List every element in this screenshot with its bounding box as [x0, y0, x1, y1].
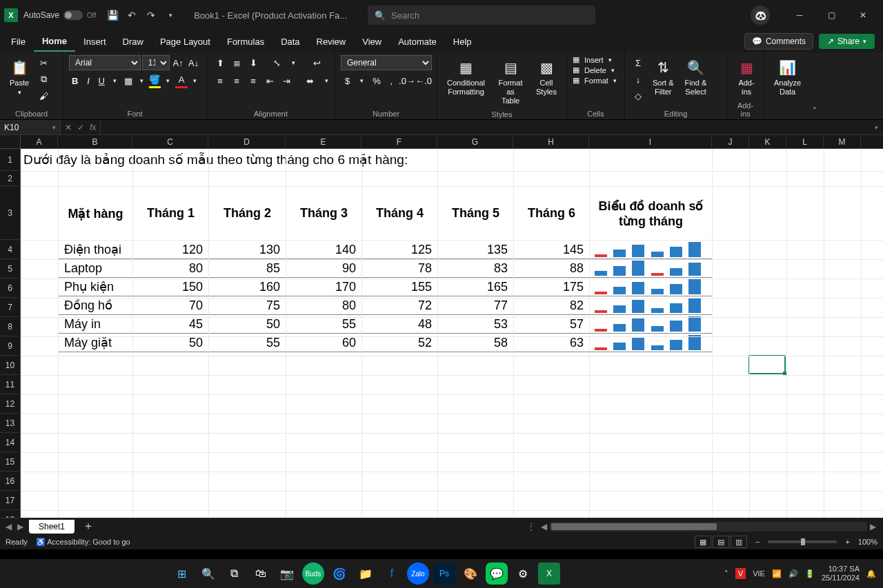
cut-icon[interactable]: ✂ — [36, 55, 51, 70]
row-header[interactable]: 11 — [0, 375, 21, 394]
chevron-down-icon[interactable]: ▾ — [135, 73, 147, 88]
conditional-formatting-button[interactable]: ▦Conditional Formatting — [443, 55, 489, 99]
align-right-icon[interactable]: ≡ — [246, 73, 261, 88]
expand-formula-bar-icon[interactable]: ▾ — [869, 120, 883, 134]
page-break-view-icon[interactable]: ▥ — [731, 536, 747, 548]
zoom-in-icon[interactable]: + — [845, 538, 849, 546]
row-header[interactable]: 8 — [0, 317, 21, 336]
tab-draw[interactable]: Draw — [115, 32, 152, 51]
zoom-slider[interactable] — [768, 540, 837, 543]
cancel-formula-icon[interactable]: ✕ — [65, 123, 72, 132]
format-cells-button[interactable]: ▦ Format ▾ — [573, 76, 617, 85]
page-layout-view-icon[interactable]: ▤ — [713, 536, 729, 548]
font-name-select[interactable]: Arial — [69, 55, 141, 70]
comments-button[interactable]: 💬 Comments — [744, 33, 813, 50]
format-as-table-button[interactable]: ▤Format as Table — [492, 55, 529, 109]
value-cell[interactable]: 165 — [438, 278, 514, 296]
borders-icon[interactable]: ▦ — [122, 73, 134, 88]
photoshop-icon[interactable]: Ps — [433, 562, 455, 585]
horizontal-scrollbar[interactable] — [550, 522, 867, 531]
font-size-select[interactable]: 11 — [142, 55, 170, 70]
column-header[interactable]: G — [437, 135, 513, 148]
redo-icon[interactable]: ↷ — [143, 7, 159, 23]
item-name-cell[interactable]: Đồng hồ — [59, 296, 133, 315]
paste-button[interactable]: 📋 Paste ▾ — [6, 55, 33, 99]
value-cell[interactable]: 77 — [438, 296, 514, 315]
app-icon[interactable]: 🎨 — [459, 562, 482, 585]
tab-home[interactable]: Home — [34, 32, 75, 52]
value-cell[interactable]: 80 — [286, 296, 362, 315]
column-header[interactable]: E — [286, 135, 361, 148]
fill-color-icon[interactable]: 🪣 — [149, 73, 161, 88]
value-cell[interactable]: 72 — [362, 296, 438, 315]
clear-icon[interactable]: ◇ — [631, 88, 646, 103]
row-header[interactable]: 13 — [0, 414, 21, 433]
battery-icon[interactable]: 🔋 — [805, 569, 815, 578]
item-name-cell[interactable]: Phụ kiện — [59, 278, 133, 296]
value-cell[interactable]: 130 — [209, 241, 286, 259]
column-header[interactable]: F — [361, 135, 437, 148]
chevron-down-icon[interactable]: ▾ — [189, 73, 201, 88]
decrease-indent-icon[interactable]: ⇤ — [262, 73, 277, 88]
tray-chevron-icon[interactable]: ˄ — [724, 569, 728, 578]
align-left-icon[interactable]: ≡ — [212, 73, 228, 88]
value-cell[interactable]: 88 — [514, 259, 590, 278]
increase-indent-icon[interactable]: ⇥ — [279, 73, 294, 88]
sparkline-cell[interactable] — [590, 241, 713, 259]
row-header[interactable]: 16 — [0, 472, 21, 491]
fill-icon[interactable]: ↓ — [631, 72, 646, 87]
language-indicator[interactable]: VIE — [753, 569, 765, 578]
row-header[interactable]: 7 — [0, 298, 21, 317]
chevron-down-icon[interactable]: ▾ — [286, 55, 301, 70]
sort-filter-button[interactable]: ⇅Sort & Filter — [648, 55, 678, 99]
value-cell[interactable]: 78 — [362, 259, 438, 278]
formula-input[interactable] — [101, 120, 869, 134]
value-cell[interactable]: 80 — [133, 259, 209, 278]
minimize-button[interactable]: ─ — [784, 0, 815, 30]
fx-icon[interactable]: fx — [90, 123, 96, 132]
tab-review[interactable]: Review — [308, 32, 355, 51]
copilot-icon[interactable]: 🌀 — [328, 562, 350, 585]
row-header[interactable]: 4 — [0, 240, 21, 259]
value-cell[interactable]: 75 — [209, 296, 286, 315]
chevron-down-icon[interactable]: ▾ — [109, 73, 121, 88]
value-cell[interactable]: 135 — [438, 241, 514, 259]
increase-font-icon[interactable]: A↑ — [171, 55, 186, 70]
tab-page-layout[interactable]: Page Layout — [152, 32, 219, 51]
percent-format-icon[interactable]: % — [370, 73, 384, 88]
scroll-options-icon[interactable]: ⋮ — [527, 522, 535, 531]
value-cell[interactable]: 140 — [286, 241, 362, 259]
bold-icon[interactable]: B — [69, 73, 81, 88]
clock[interactable]: 10:37 SA 25/11/2024 — [822, 565, 860, 582]
value-cell[interactable]: 175 — [514, 278, 590, 296]
row-header[interactable]: 2 — [0, 171, 21, 186]
facebook-icon[interactable]: f — [381, 562, 403, 585]
task-view-icon[interactable]: ⧉ — [224, 562, 246, 585]
column-header[interactable]: L — [786, 135, 824, 148]
row-header[interactable]: 12 — [0, 394, 21, 414]
column-header[interactable]: H — [513, 135, 589, 148]
value-cell[interactable]: 90 — [286, 259, 362, 278]
settings-icon[interactable]: ⚙ — [512, 562, 534, 585]
app-icon[interactable]: Buds — [302, 562, 324, 585]
row-header[interactable]: 9 — [0, 336, 21, 356]
zoom-level[interactable]: 100% — [858, 538, 877, 546]
value-cell[interactable]: 83 — [438, 259, 514, 278]
column-header[interactable]: K — [749, 135, 786, 148]
column-header[interactable]: C — [132, 135, 208, 148]
comma-format-icon[interactable]: , — [385, 73, 398, 88]
value-cell[interactable]: 155 — [362, 278, 438, 296]
prev-sheet-icon[interactable]: ◀ — [6, 522, 12, 531]
decrease-decimal-icon[interactable]: ←.0 — [416, 73, 431, 88]
decrease-font-icon[interactable]: A↓ — [186, 55, 201, 70]
orientation-icon[interactable]: ⤡ — [269, 55, 284, 70]
item-name-cell[interactable]: Laptop — [59, 259, 133, 278]
font-color-icon[interactable]: A — [175, 73, 187, 88]
undo-icon[interactable]: ↶ — [123, 7, 140, 23]
value-cell[interactable]: 70 — [133, 296, 209, 315]
row-header[interactable]: 3 — [0, 186, 21, 240]
increase-decimal-icon[interactable]: .0→ — [399, 73, 415, 88]
delete-cells-button[interactable]: ▦ Delete ▾ — [573, 65, 617, 74]
maximize-button[interactable]: ▢ — [815, 0, 847, 30]
normal-view-icon[interactable]: ▦ — [695, 536, 711, 548]
